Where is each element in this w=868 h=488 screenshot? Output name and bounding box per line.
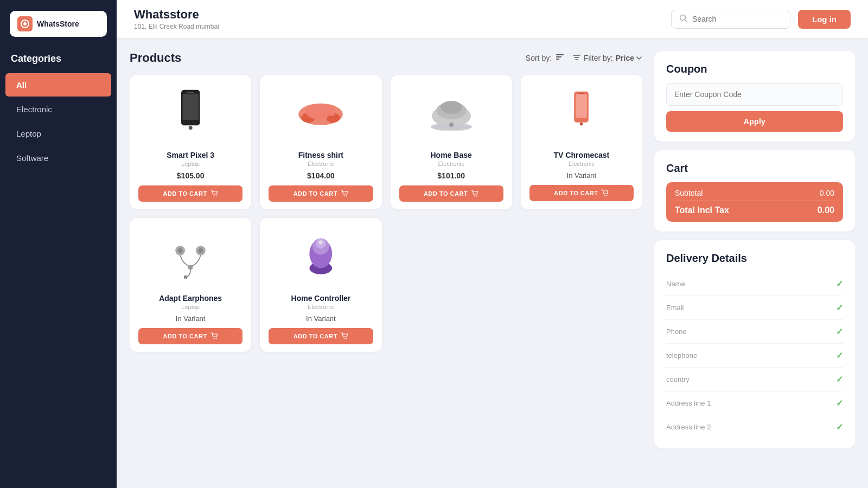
sidebar-item-all[interactable]: All [5, 73, 111, 97]
logo[interactable]: WhatsStore [10, 11, 107, 37]
product-category: Leptop [181, 304, 200, 310]
login-button[interactable]: Log in [798, 10, 851, 29]
sidebar-item-software[interactable]: Software [5, 146, 111, 170]
right-panel: Coupon Apply Cart Subtotal 0.00 Total In… [654, 51, 855, 488]
delivery-field-label: Address line 1 [666, 399, 711, 407]
check-icon: ✓ [836, 422, 843, 432]
delivery-field-label: country [666, 375, 690, 383]
product-name: Home Controller [291, 294, 351, 303]
logo-text: WhatsStore [37, 20, 79, 28]
filter-label: Filter by: [584, 54, 613, 62]
cart-total-label: Total Incl Tax [675, 206, 729, 215]
svg-point-25 [449, 123, 454, 127]
filter-value[interactable]: Price [616, 54, 642, 62]
topbar-right: Log in [671, 10, 851, 29]
logo-icon [17, 16, 33, 31]
store-address: 101, Elk Creek Road,mumbai [134, 23, 219, 30]
cart-subtotal-row: Subtotal 0.00 [675, 189, 834, 201]
sidebar: WhatsStore Categories All Electronic Lep… [0, 0, 117, 488]
topbar-branding: Whatsstore 101, Elk Creek Road,mumbai [134, 8, 219, 30]
add-to-cart-button[interactable]: ADD TO CART [269, 185, 373, 202]
delivery-title: Delivery Details [666, 252, 843, 265]
search-input[interactable] [692, 15, 779, 23]
cart-total-row: Total Incl Tax 0.00 [675, 206, 834, 215]
svg-point-23 [441, 101, 462, 114]
sidebar-item-electronic[interactable]: Electronic [5, 98, 111, 121]
add-to-cart-button[interactable]: ADD TO CART [529, 185, 634, 201]
svg-point-48 [346, 338, 347, 339]
coupon-panel: Coupon Apply [654, 51, 855, 142]
products-controls: Sort by: [526, 52, 642, 65]
svg-point-46 [319, 240, 323, 245]
filter-by: Filter by: Price [572, 53, 642, 63]
delivery-field-telephone: telephone ✓ [666, 344, 843, 368]
categories-label: Categories [0, 48, 117, 73]
product-category: Electronic [308, 304, 334, 310]
product-name: Smart Pixel 3 [167, 151, 214, 159]
svg-rect-5 [556, 56, 561, 57]
product-name: Fitness shirt [298, 151, 343, 159]
product-card-home-controller: Home Controller Electronic In Variant AD… [260, 218, 381, 352]
svg-point-27 [476, 196, 477, 197]
add-to-cart-button[interactable]: ADD TO CART [399, 185, 503, 202]
topbar: Whatsstore 101, Elk Creek Road,mumbai Lo… [117, 0, 868, 38]
products-section: Products Sort by: [130, 51, 642, 488]
svg-point-37 [199, 248, 203, 253]
product-name: TV Chromecast [554, 151, 610, 159]
sidebar-item-leptop[interactable]: Leptop [5, 122, 111, 145]
delivery-field-country: country ✓ [666, 368, 843, 391]
products-title: Products [130, 51, 181, 65]
delivery-field-label: Address line 2 [666, 423, 711, 431]
cart-subtotal-value: 0.00 [820, 189, 834, 197]
svg-rect-8 [182, 93, 198, 119]
svg-rect-4 [556, 54, 564, 55]
cart-panel: Cart Subtotal 0.00 Total Incl Tax 0.00 [654, 150, 855, 232]
add-to-cart-button[interactable]: ADD TO CART [269, 328, 373, 344]
delivery-field-name: Name ✓ [666, 272, 843, 296]
delivery-field-address2: Address line 2 ✓ [666, 415, 843, 439]
content-area: Products Sort by: [117, 38, 868, 488]
product-price: $104.00 [307, 171, 335, 180]
product-card-home-base: Home Base Electronic $101.00 ADD TO CART [391, 75, 512, 209]
add-to-cart-button[interactable]: ADD TO CART [138, 328, 242, 344]
add-to-cart-button[interactable]: ADD TO CART [138, 185, 242, 202]
search-icon [679, 14, 688, 24]
check-icon: ✓ [836, 279, 843, 289]
check-icon: ✓ [836, 326, 843, 337]
svg-rect-17 [327, 116, 337, 121]
sidebar-navigation: All Electronic Leptop Software [0, 73, 117, 170]
svg-point-40 [213, 338, 214, 339]
delivery-field-address1: Address line 1 ✓ [666, 391, 843, 415]
sort-by: Sort by: [526, 52, 565, 65]
search-box[interactable] [671, 10, 790, 29]
product-image-smart-pixel-3 [138, 85, 242, 144]
svg-point-11 [213, 196, 214, 197]
delivery-panel: Delivery Details Name ✓ Email ✓ Phone ✓ … [654, 240, 855, 448]
products-header: Products Sort by: [130, 51, 642, 65]
delivery-field-label: Name [666, 280, 685, 288]
svg-point-12 [215, 196, 216, 197]
delivery-field-phone: Phone ✓ [666, 320, 843, 344]
product-price: $105.00 [177, 171, 205, 180]
cart-subtotal-label: Subtotal [675, 189, 703, 197]
svg-rect-29 [576, 94, 587, 118]
product-image-tv-chromecast [529, 85, 634, 144]
svg-rect-6 [556, 59, 559, 60]
svg-point-30 [580, 122, 583, 125]
product-name: Adapt Earphones [159, 294, 222, 303]
product-category: Electronic [569, 160, 595, 167]
svg-point-32 [604, 195, 605, 196]
product-image-home-base [399, 85, 503, 144]
product-card-adapt-earphones: Adapt Earphones Leptop In Variant ADD TO… [130, 218, 251, 352]
svg-point-9 [189, 126, 193, 130]
product-card-fitness-shirt: Fitness shirt Electronic $104.00 ADD TO … [260, 75, 381, 209]
sort-icon[interactable] [555, 52, 565, 65]
svg-point-39 [184, 275, 188, 279]
coupon-apply-button[interactable]: Apply [666, 111, 843, 132]
coupon-input[interactable] [666, 83, 843, 106]
product-image-adapt-earphones [138, 228, 242, 287]
svg-point-33 [607, 195, 608, 196]
svg-point-19 [346, 196, 347, 197]
delivery-field-email: Email ✓ [666, 296, 843, 320]
store-title: Whatsstore [134, 8, 219, 22]
